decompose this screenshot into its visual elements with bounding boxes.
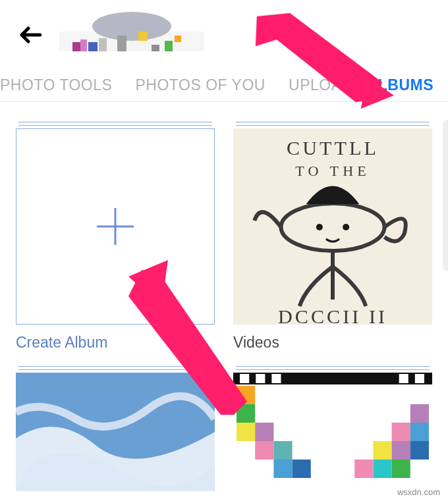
svg-rect-32 bbox=[273, 441, 292, 460]
watermark: wsxdn.com bbox=[397, 487, 440, 497]
svg-rect-9 bbox=[175, 36, 181, 42]
tab-photos-of-you[interactable]: PHOTOS OF YOU bbox=[136, 76, 266, 94]
svg-rect-35 bbox=[410, 404, 429, 423]
album-cover-image bbox=[233, 373, 432, 491]
profile-thumbnail-image bbox=[59, 12, 204, 58]
svg-rect-25 bbox=[399, 374, 408, 383]
svg-rect-38 bbox=[373, 441, 391, 460]
svg-rect-42 bbox=[392, 460, 410, 478]
profile-thumbnail[interactable] bbox=[59, 12, 204, 58]
album-videos-label: Videos bbox=[233, 334, 432, 352]
svg-rect-28 bbox=[237, 404, 255, 423]
album-videos-cover: CUTTLL TO THE DCCCII II bbox=[233, 128, 432, 325]
svg-rect-29 bbox=[237, 423, 255, 441]
svg-rect-27 bbox=[237, 386, 255, 404]
back-arrow-icon bbox=[18, 25, 42, 45]
plus-icon bbox=[97, 208, 134, 245]
svg-rect-10 bbox=[152, 45, 159, 51]
create-album-button[interactable] bbox=[16, 128, 215, 325]
album-tile-create: Create Album bbox=[16, 122, 215, 352]
svg-rect-30 bbox=[255, 423, 273, 441]
albums-grid: Create Album CUTTLL TO THE DCCCII II bbox=[0, 102, 448, 491]
svg-rect-5 bbox=[99, 38, 107, 51]
svg-rect-43 bbox=[354, 460, 373, 478]
album-tile-3 bbox=[16, 366, 215, 491]
svg-rect-36 bbox=[392, 423, 410, 441]
album-tile-videos: CUTTLL TO THE DCCCII II Videos bbox=[233, 122, 432, 352]
svg-text:DCCCII II: DCCCII II bbox=[278, 305, 387, 325]
album-item[interactable] bbox=[16, 373, 215, 491]
svg-rect-4 bbox=[88, 42, 98, 51]
svg-rect-3 bbox=[80, 40, 87, 51]
album-stack-decoration bbox=[18, 122, 212, 126]
svg-rect-31 bbox=[255, 441, 273, 460]
tab-uploads[interactable]: UPLOADS bbox=[289, 76, 363, 94]
album-tile-4 bbox=[233, 366, 432, 491]
album-item[interactable] bbox=[233, 373, 432, 491]
svg-rect-24 bbox=[271, 374, 281, 383]
album-videos[interactable]: CUTTLL TO THE DCCCII II bbox=[233, 128, 432, 325]
svg-rect-41 bbox=[373, 460, 391, 478]
create-album-label: Create Album bbox=[16, 334, 215, 352]
header bbox=[0, 0, 448, 69]
svg-rect-2 bbox=[72, 42, 80, 51]
svg-rect-6 bbox=[117, 36, 126, 51]
album-stack-decoration bbox=[236, 122, 430, 126]
svg-rect-40 bbox=[410, 441, 429, 460]
svg-rect-39 bbox=[392, 441, 410, 460]
tab-photo-tools[interactable]: PHOTO TOOLS bbox=[0, 76, 112, 94]
svg-rect-7 bbox=[138, 32, 148, 41]
svg-rect-34 bbox=[293, 460, 311, 478]
back-button[interactable] bbox=[16, 22, 43, 48]
tab-albums[interactable]: ALBUMS bbox=[367, 76, 434, 94]
svg-rect-33 bbox=[273, 460, 292, 478]
svg-rect-26 bbox=[415, 374, 424, 383]
svg-point-15 bbox=[316, 224, 323, 230]
svg-rect-37 bbox=[410, 423, 429, 441]
svg-point-1 bbox=[92, 12, 171, 41]
svg-rect-8 bbox=[165, 41, 173, 51]
album-stack-decoration bbox=[236, 366, 430, 370]
svg-rect-23 bbox=[256, 374, 265, 383]
svg-text:CUTTLL: CUTTLL bbox=[287, 137, 379, 159]
svg-point-16 bbox=[343, 224, 349, 230]
svg-text:TO THE: TO THE bbox=[295, 163, 370, 179]
album-cover-image bbox=[16, 373, 215, 491]
tab-bar: PHOTO TOOLS PHOTOS OF YOU UPLOADS ALBUMS bbox=[0, 69, 448, 102]
scroll-indicator[interactable] bbox=[443, 120, 448, 271]
svg-rect-22 bbox=[240, 374, 249, 383]
album-stack-decoration bbox=[18, 366, 212, 370]
